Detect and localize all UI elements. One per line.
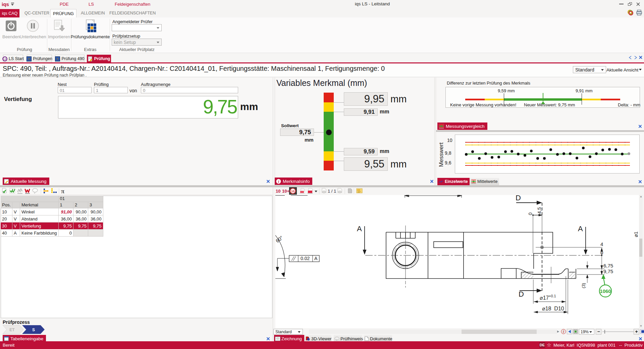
svg-text:(3): (3) [581,283,586,288]
svg-text:60°: 60° [275,235,284,244]
svg-text:A: A [357,225,362,233]
svg-text:6,75: 6,75 [603,263,613,268]
svg-text:⌀1: ⌀1 [633,232,639,237]
svg-text:0: 0 [528,212,533,215]
svg-text:ET: ET [9,328,15,332]
svg-text:1060: 1060 [600,288,611,294]
svg-text:D: D [516,195,521,202]
svg-text:1 / 1: 1 / 1 [328,189,336,194]
svg-text:0.02: 0.02 [301,256,310,261]
svg-text:⌀17: ⌀17 [540,295,549,301]
svg-text:A: A [578,225,583,233]
svg-text:π: π [61,188,64,194]
svg-text:⌀18 D10: ⌀18 D10 [542,306,564,311]
svg-text:S: S [32,328,35,332]
svg-text:A: A [314,256,318,261]
svg-text:D: D [519,290,524,298]
svg-text:10: 10 [291,190,294,193]
svg-text:9,75: 9,75 [603,268,613,274]
svg-text:0: 0 [600,250,603,255]
svg-text:LS: LS [4,58,6,60]
svg-text:4: 4 [600,241,603,247]
svg-text:+0.1: +0.1 [549,294,556,298]
svg-text:4,5: 4,5 [537,207,542,214]
svg-text:i: i [563,330,564,334]
